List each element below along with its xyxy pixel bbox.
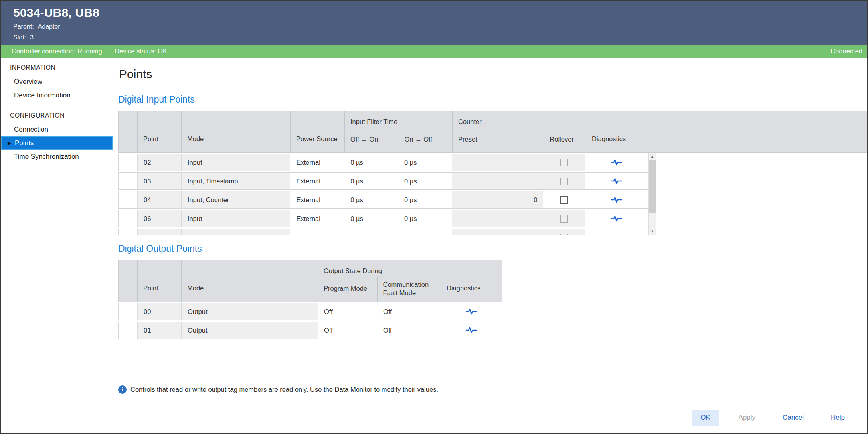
input-rows-viewport: 02 Input External 0 µs 0 µs — [118, 153, 648, 235]
point-cell: 07 — [137, 229, 181, 235]
communication-fault-mode-cell[interactable]: Off — [377, 322, 441, 339]
rollover-cell — [543, 210, 585, 227]
header-row-selector — [119, 111, 137, 152]
cancel-button[interactable]: Cancel — [775, 410, 811, 426]
selected-marker-icon: ▶ — [8, 140, 11, 146]
power-source-cell[interactable]: External — [290, 229, 344, 235]
header-rollover: Rollover — [544, 126, 586, 152]
connection-state: Connected — [830, 47, 862, 55]
preset-cell — [452, 173, 543, 189]
digital-output-points-heading: Digital Output Points — [118, 243, 867, 254]
filter-on-off-cell[interactable]: 0 µs — [398, 191, 452, 208]
parent-label: Parent: — [13, 23, 34, 30]
program-mode-cell[interactable]: Off — [318, 322, 377, 339]
sidebar-item-points-label: Points — [15, 139, 34, 147]
scroll-down-icon[interactable]: ▼ — [649, 228, 656, 235]
rollover-cell — [543, 154, 585, 171]
communication-fault-mode-cell[interactable]: Off — [377, 303, 441, 320]
diagnostics-pulse-icon — [611, 177, 623, 185]
table-row: 00 Output Off Off — [118, 303, 502, 320]
filter-on-off-cell[interactable]: 0 µs — [398, 229, 452, 235]
filter-on-off-cell[interactable]: 0 µs — [398, 173, 452, 189]
digital-input-points-table: Point Mode Power Source Input Filter Tim… — [118, 111, 867, 235]
filter-off-on-cell[interactable]: 0 µs — [344, 229, 398, 235]
header-group-input-filter-time: Input Filter Time Off → On On → Off — [344, 111, 452, 152]
row-selector[interactable] — [119, 210, 137, 227]
diagnostics-pulse-icon — [611, 196, 623, 204]
diagnostics-cell[interactable] — [585, 229, 648, 235]
sidebar-item-connection[interactable]: Connection — [1, 123, 113, 136]
status-bar: Controller connection: Running Device st… — [1, 45, 867, 58]
diagnostics-cell[interactable] — [441, 322, 502, 339]
header-mode: Mode — [181, 260, 318, 302]
ok-button[interactable]: OK — [692, 410, 719, 426]
device-profile-window: 5034-UB8, UB8 Parent:Adapter Slot:3 Cont… — [0, 0, 868, 434]
mode-cell: Input, Counter — [181, 191, 290, 208]
diagnostics-cell[interactable] — [585, 173, 648, 189]
row-selector[interactable] — [119, 154, 137, 171]
power-source-cell[interactable]: External — [290, 191, 344, 208]
power-source-cell[interactable]: External — [290, 210, 344, 227]
header-on-to-off: On → Off — [399, 126, 453, 152]
diagnostics-cell[interactable] — [585, 210, 648, 227]
filter-off-on-cell[interactable]: 0 µs — [344, 154, 398, 171]
slot-value: 3 — [30, 34, 34, 41]
diagnostics-cell[interactable] — [441, 303, 502, 320]
point-cell: 03 — [137, 173, 181, 189]
mode-cell: Input — [181, 210, 290, 227]
window-header: 5034-UB8, UB8 Parent:Adapter Slot:3 — [1, 1, 867, 45]
point-cell: 00 — [137, 303, 181, 320]
row-selector[interactable] — [119, 303, 137, 320]
sidebar-item-points[interactable]: ▶ Points — [1, 136, 113, 150]
point-cell: 04 — [137, 191, 181, 208]
sidebar-item-time-synchronization[interactable]: Time Synchronization — [1, 150, 113, 164]
input-table-header: Point Mode Power Source Input Filter Tim… — [118, 111, 867, 153]
rollover-checkbox — [560, 159, 568, 166]
header-program-mode: Program Mode — [318, 276, 377, 302]
table-row: 04 Input, Counter External 0 µs 0 µs 0 — [118, 191, 648, 209]
header-communication-fault-mode: Communication Fault Mode — [377, 276, 441, 302]
sidebar-item-overview[interactable]: Overview — [1, 75, 113, 89]
filter-on-off-cell[interactable]: 0 µs — [398, 210, 452, 227]
mode-cell: Output — [181, 303, 318, 320]
info-note: i Controls that read or write output tag… — [118, 385, 867, 394]
scroll-up-icon[interactable]: ▲ — [649, 153, 656, 160]
preset-cell: 0 — [452, 191, 543, 208]
diagnostics-pulse-icon — [611, 233, 623, 235]
power-source-cell[interactable]: External — [290, 173, 344, 189]
row-selector[interactable] — [119, 322, 137, 339]
diagnostics-cell[interactable] — [585, 154, 648, 171]
table-row: 02 Input External 0 µs 0 µs — [118, 154, 648, 171]
diagnostics-cell[interactable] — [585, 191, 648, 208]
info-icon: i — [118, 385, 127, 394]
mode-cell: Input — [181, 154, 290, 171]
power-source-cell[interactable]: External — [290, 154, 344, 171]
input-table-scrollbar[interactable]: ▲ ▼ — [648, 153, 656, 235]
header-off-to-on: Off → On — [345, 126, 399, 152]
scrollbar-thumb[interactable] — [649, 160, 656, 213]
rollover-cell — [543, 191, 585, 208]
help-button[interactable]: Help — [824, 410, 852, 426]
row-selector[interactable] — [119, 173, 137, 189]
nav-section-information: INFORMATION — [1, 60, 113, 75]
header-diagnostics: Diagnostics — [441, 260, 502, 302]
program-mode-cell[interactable]: Off — [318, 303, 377, 320]
header-row-selector — [119, 260, 137, 302]
rollover-checkbox — [560, 178, 568, 185]
sidebar-item-device-information[interactable]: Device Information — [1, 89, 113, 102]
row-selector[interactable] — [119, 191, 137, 208]
filter-off-on-cell[interactable]: 0 µs — [344, 173, 398, 189]
filter-on-off-cell[interactable]: 0 µs — [398, 154, 452, 171]
mode-cell: Output — [181, 322, 318, 339]
header-point: Point — [137, 260, 181, 302]
header-group-counter: Counter Preset Rollover — [452, 111, 586, 152]
page-title: Points — [119, 67, 867, 81]
preset-cell — [452, 210, 543, 227]
row-selector[interactable] — [119, 229, 137, 235]
filter-off-on-cell[interactable]: 0 µs — [344, 191, 398, 208]
table-row: 06 Input External 0 µs 0 µs — [118, 210, 648, 227]
filter-off-on-cell[interactable]: 0 µs — [344, 210, 398, 227]
output-table-header: Point Mode Output State During Program M… — [118, 260, 502, 302]
rollover-checkbox[interactable] — [560, 196, 568, 204]
nav-section-configuration: CONFIGURATION — [1, 108, 113, 123]
